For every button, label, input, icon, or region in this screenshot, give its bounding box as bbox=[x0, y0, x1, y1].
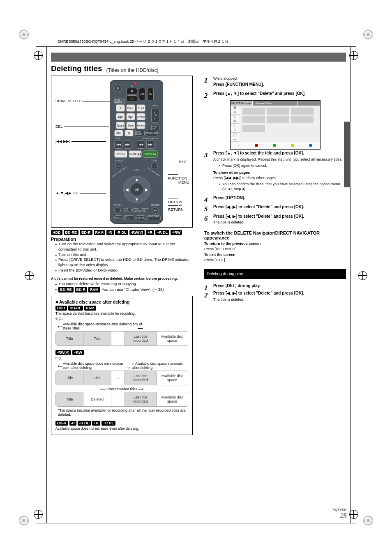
fmt-group-3: BD-R-R-R DL+R+R DL bbox=[55, 421, 188, 426]
group1-text: The space deleted becomes available for … bbox=[55, 311, 188, 315]
btn-play: PLAY/x1.3 ▶ bbox=[143, 150, 158, 158]
btn-6: 6mno bbox=[136, 113, 145, 120]
btn-4: 4ghi bbox=[116, 113, 125, 120]
page-footer: RQT9434 25 bbox=[332, 508, 347, 520]
label-del: DEL bbox=[55, 124, 109, 129]
diag1-row: TitleTitle.....Last title recordedAvaila… bbox=[55, 331, 188, 346]
btn-time-slip: TIME SLIP bbox=[124, 208, 131, 212]
play-step-2: 2 Press [◀, ▶] to select "Delete" and pr… bbox=[204, 290, 346, 302]
fmt-rdl: -R DL bbox=[78, 421, 91, 426]
prep-item-1: Turn on this unit. bbox=[55, 252, 193, 258]
tv-color-dot-1 bbox=[273, 144, 276, 147]
dd-cell: Title bbox=[56, 371, 83, 385]
fmt-bdre: BD-RE bbox=[64, 230, 79, 235]
fmt-hdd: HDD bbox=[55, 306, 67, 311]
remote-diagram: DRIVE SELECT DEL |◀◀ ▶▶| ▲,▼,◀,▶ OK EXIT… bbox=[51, 76, 193, 228]
dd-cell: Title bbox=[56, 332, 83, 345]
prep-item-0: Turn on the television and select the ap… bbox=[55, 242, 193, 252]
tv-color-dot-0 bbox=[255, 144, 258, 147]
label-return-remote: RETURN bbox=[151, 204, 159, 206]
play-step-1: 1Press [DEL] during play. bbox=[204, 283, 346, 289]
btn-pause: PAUSE ❚❚ bbox=[129, 150, 142, 158]
crop-line-right bbox=[350, 46, 350, 523]
tv-sidebar-icon-5: ⌾ bbox=[231, 128, 240, 133]
prep-heading: Preparation bbox=[51, 237, 193, 242]
btn-av: AV bbox=[127, 95, 137, 102]
btn-input-select: INPUT SELECT bbox=[135, 130, 145, 136]
crop-cross-bl bbox=[34, 510, 43, 519]
btn-ch-tv: CH bbox=[147, 88, 154, 100]
tv-sidebar-icon-1: ⊞ bbox=[231, 110, 240, 115]
dd-cell: Available disc space bbox=[157, 371, 188, 385]
tv-sidebar-icon-7: — bbox=[231, 137, 240, 142]
crop-dot-bl bbox=[19, 516, 29, 525]
crop-dot-tr bbox=[363, 30, 373, 39]
fmt-bdr: BD-R bbox=[75, 287, 88, 292]
return-exit-text: To return to the previous screenPress [R… bbox=[204, 241, 346, 263]
dd-cell: Available disc space bbox=[157, 332, 188, 345]
label-page: PAGE bbox=[151, 104, 159, 107]
fmt-bdre: BD-RE bbox=[68, 306, 83, 311]
btn-return: ↩ bbox=[152, 207, 159, 214]
btn-create-chapter: CREATE CHAPTER bbox=[132, 208, 141, 212]
tv-sidebar-icon-3: ▤ bbox=[231, 119, 240, 124]
eg-label-2: e.g., bbox=[55, 356, 188, 360]
fmt-rwv: -RW(V) bbox=[55, 350, 71, 355]
label-exit-remote: EXIT bbox=[153, 159, 158, 162]
tv-sidebar-icon-4: ⬚ bbox=[231, 124, 240, 128]
btn-9: 9wxyz bbox=[136, 122, 145, 129]
tv-tab-1: Grouped Titles bbox=[253, 101, 275, 106]
btn-search-fwd: ▶▶ bbox=[146, 140, 154, 149]
crop-line-left bbox=[46, 46, 47, 523]
prep-item-3: Insert the BD-Video or DVD-Video. bbox=[55, 268, 193, 273]
label-func-menu: FUNCTION MENU bbox=[168, 172, 189, 184]
prep-list: Turn on the television and select the ap… bbox=[51, 242, 193, 273]
diag2-row-a: TitleTitle.....Last title recordedAvaila… bbox=[55, 371, 188, 385]
label-skip: |◀◀ ▶▶| bbox=[55, 139, 106, 143]
page-subtitle: (Titles on the HDD/disc) bbox=[106, 67, 346, 73]
tv-sidebar-icon-2: ☑ bbox=[231, 115, 240, 119]
power-icon: ⏻ bbox=[114, 85, 122, 92]
dd-cell: ..... bbox=[111, 371, 125, 385]
fmt-r: -R bbox=[69, 421, 77, 426]
btn-search-back: ◀◀ bbox=[137, 140, 145, 149]
deleting-during-play-header: Deleting during play bbox=[204, 269, 346, 279]
fmt-rwv: -RW(V) bbox=[129, 230, 145, 235]
dd-cell: ..... bbox=[111, 392, 125, 406]
fmt-rw: +RW bbox=[72, 350, 84, 355]
btn-2: 2abc bbox=[126, 104, 135, 112]
label-return: ↩ RETURN bbox=[168, 203, 187, 212]
switch-heading: To switch the DELETE Navigator/DIRECT NA… bbox=[204, 229, 346, 240]
dd-cell: Last title recorded bbox=[125, 392, 157, 406]
fmt-group-1: HDDBD-RERAM bbox=[55, 306, 188, 311]
dd-cell: Title bbox=[83, 332, 111, 345]
source-file-note: DMRBS850&750EG-RQT9434-L_eng.book 25 ページ… bbox=[58, 39, 228, 44]
crop-line-top bbox=[36, 46, 356, 47]
crop-cross-tl bbox=[34, 51, 43, 60]
fmt-rdl: +R DL bbox=[155, 230, 169, 235]
btn-1: 1 bbox=[116, 104, 125, 112]
btn-8: 8tuv bbox=[126, 122, 135, 129]
btn-stop: STOP ■ bbox=[114, 150, 127, 158]
dd-cell: Last title recorded bbox=[125, 332, 157, 345]
step-2: 2 Press [▲, ▼] to select "Delete" and pr… bbox=[204, 91, 346, 97]
btn-vol: VOL bbox=[139, 88, 145, 100]
btn-tv-power: ⏻ bbox=[127, 88, 137, 94]
remote-body: ⏻ TV ⏻ AV VOL CH bbox=[110, 80, 163, 224]
btn-prog-check: PROG/CHECK bbox=[146, 130, 157, 136]
tv-tab-0: DELETE Navigator bbox=[231, 101, 253, 106]
diag2-mid-label: ⟵ Later recorded titles ⟶ bbox=[55, 387, 188, 391]
btn-rec: REC ● bbox=[114, 215, 122, 220]
label-exit: EXIT bbox=[168, 160, 187, 164]
fmt-hdd: HDD bbox=[51, 230, 62, 235]
note-cannot-delete: You cannot delete while recording or cop… bbox=[55, 281, 193, 287]
btn-ext-link: EXT LINK bbox=[136, 215, 145, 220]
label-status: STATUS bbox=[115, 159, 123, 162]
prep-item-2: Press [DRIVE SELECT] to select the HDD o… bbox=[55, 257, 193, 268]
btn-page-ch: ∧CH∨ bbox=[151, 108, 159, 123]
nav-ring: OK ▲▼ ◀▶ bbox=[123, 176, 150, 203]
btn-0: 0 bbox=[125, 130, 134, 136]
crop-line-bot bbox=[36, 523, 356, 523]
btn-direct-tv-rec: DIRECT TV REC ● bbox=[147, 215, 161, 220]
btn-skip-fwd: ▶▶| bbox=[124, 140, 132, 149]
